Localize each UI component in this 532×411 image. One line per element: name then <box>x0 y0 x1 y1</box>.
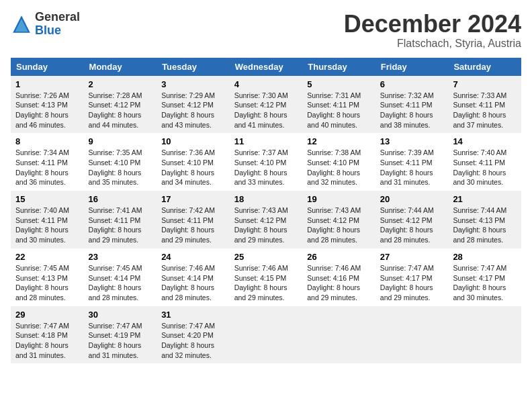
day-info: Sunrise: 7:28 AMSunset: 4:12 PMDaylight:… <box>89 91 142 129</box>
day-number: 31 <box>161 310 225 320</box>
table-row: 15 Sunrise: 7:40 AMSunset: 4:11 PMDaylig… <box>11 191 84 248</box>
table-row <box>230 306 303 364</box>
table-row: 3 Sunrise: 7:29 AMSunset: 4:12 PMDayligh… <box>157 76 230 134</box>
day-info: Sunrise: 7:26 AMSunset: 4:13 PMDaylight:… <box>15 91 69 129</box>
day-info: Sunrise: 7:47 AMSunset: 4:19 PMDaylight:… <box>89 322 142 359</box>
weekday-header-row: Sunday Monday Tuesday Wednesday Thursday… <box>11 58 521 76</box>
table-row: 26 Sunrise: 7:46 AMSunset: 4:16 PMDaylig… <box>302 248 375 306</box>
table-row: 17 Sunrise: 7:42 AMSunset: 4:11 PMDaylig… <box>157 191 230 248</box>
day-number: 28 <box>453 252 517 262</box>
header-monday: Monday <box>84 58 157 76</box>
day-info: Sunrise: 7:46 AMSunset: 4:16 PMDaylight:… <box>307 264 361 302</box>
calendar-row: 8 Sunrise: 7:34 AMSunset: 4:11 PMDayligh… <box>11 133 521 191</box>
day-number: 23 <box>89 252 152 262</box>
calendar-table: Sunday Monday Tuesday Wednesday Thursday… <box>11 58 521 364</box>
table-row: 5 Sunrise: 7:31 AMSunset: 4:11 PMDayligh… <box>302 76 375 134</box>
day-info: Sunrise: 7:35 AMSunset: 4:10 PMDaylight:… <box>89 148 142 186</box>
day-number: 14 <box>453 136 517 146</box>
table-row: 11 Sunrise: 7:37 AMSunset: 4:10 PMDaylig… <box>230 133 303 191</box>
table-row <box>302 306 375 364</box>
day-number: 11 <box>234 136 298 146</box>
day-info: Sunrise: 7:44 AMSunset: 4:12 PMDaylight:… <box>380 206 434 244</box>
day-number: 6 <box>380 79 444 89</box>
header-saturday: Saturday <box>448 58 521 76</box>
day-info: Sunrise: 7:31 AMSunset: 4:11 PMDaylight:… <box>307 91 361 129</box>
day-info: Sunrise: 7:36 AMSunset: 4:10 PMDaylight:… <box>161 148 215 186</box>
table-row: 16 Sunrise: 7:41 AMSunset: 4:11 PMDaylig… <box>84 191 157 248</box>
day-number: 29 <box>15 310 79 320</box>
day-number: 25 <box>234 252 298 262</box>
day-number: 3 <box>161 79 225 89</box>
calendar-row: 1 Sunrise: 7:26 AMSunset: 4:13 PMDayligh… <box>11 76 521 134</box>
table-row: 22 Sunrise: 7:45 AMSunset: 4:13 PMDaylig… <box>11 248 84 306</box>
title-block: December 2024 Flatschach, Styria, Austri… <box>344 11 521 50</box>
location-title: Flatschach, Styria, Austria <box>344 38 521 50</box>
table-row: 4 Sunrise: 7:30 AMSunset: 4:12 PMDayligh… <box>230 76 303 134</box>
day-info: Sunrise: 7:43 AMSunset: 4:12 PMDaylight:… <box>307 206 361 244</box>
day-number: 17 <box>161 194 225 204</box>
day-number: 15 <box>15 194 79 204</box>
day-info: Sunrise: 7:33 AMSunset: 4:11 PMDaylight:… <box>453 91 506 129</box>
day-number: 8 <box>15 136 79 146</box>
table-row: 7 Sunrise: 7:33 AMSunset: 4:11 PMDayligh… <box>448 76 521 134</box>
table-row: 25 Sunrise: 7:46 AMSunset: 4:15 PMDaylig… <box>230 248 303 306</box>
table-row: 8 Sunrise: 7:34 AMSunset: 4:11 PMDayligh… <box>11 133 84 191</box>
table-row: 19 Sunrise: 7:43 AMSunset: 4:12 PMDaylig… <box>302 191 375 248</box>
day-number: 22 <box>15 252 79 262</box>
day-number: 9 <box>89 136 152 146</box>
day-info: Sunrise: 7:30 AMSunset: 4:12 PMDaylight:… <box>234 91 288 129</box>
table-row: 29 Sunrise: 7:47 AMSunset: 4:18 PMDaylig… <box>11 306 84 364</box>
month-title: December 2024 <box>344 11 521 38</box>
day-info: Sunrise: 7:37 AMSunset: 4:10 PMDaylight:… <box>234 148 288 186</box>
day-info: Sunrise: 7:44 AMSunset: 4:13 PMDaylight:… <box>453 206 506 244</box>
table-row: 10 Sunrise: 7:36 AMSunset: 4:10 PMDaylig… <box>157 133 230 191</box>
day-number: 16 <box>89 194 152 204</box>
day-number: 5 <box>307 79 371 89</box>
day-info: Sunrise: 7:32 AMSunset: 4:11 PMDaylight:… <box>380 91 434 129</box>
table-row: 14 Sunrise: 7:40 AMSunset: 4:11 PMDaylig… <box>448 133 521 191</box>
day-number: 7 <box>453 79 517 89</box>
day-info: Sunrise: 7:47 AMSunset: 4:17 PMDaylight:… <box>453 264 506 302</box>
day-number: 24 <box>161 252 225 262</box>
day-info: Sunrise: 7:43 AMSunset: 4:12 PMDaylight:… <box>234 206 288 244</box>
table-row: 24 Sunrise: 7:46 AMSunset: 4:14 PMDaylig… <box>157 248 230 306</box>
table-row: 9 Sunrise: 7:35 AMSunset: 4:10 PMDayligh… <box>84 133 157 191</box>
calendar-row: 29 Sunrise: 7:47 AMSunset: 4:18 PMDaylig… <box>11 306 521 364</box>
table-row: 1 Sunrise: 7:26 AMSunset: 4:13 PMDayligh… <box>11 76 84 134</box>
day-info: Sunrise: 7:39 AMSunset: 4:11 PMDaylight:… <box>380 148 434 186</box>
day-info: Sunrise: 7:29 AMSunset: 4:12 PMDaylight:… <box>161 91 215 129</box>
header-wednesday: Wednesday <box>230 58 303 76</box>
day-number: 4 <box>234 79 298 89</box>
header-tuesday: Tuesday <box>157 58 230 76</box>
day-info: Sunrise: 7:38 AMSunset: 4:10 PMDaylight:… <box>307 148 361 186</box>
table-row: 13 Sunrise: 7:39 AMSunset: 4:11 PMDaylig… <box>375 133 449 191</box>
day-number: 21 <box>453 194 517 204</box>
day-number: 1 <box>15 79 79 89</box>
day-info: Sunrise: 7:45 AMSunset: 4:13 PMDaylight:… <box>15 264 69 302</box>
table-row: 18 Sunrise: 7:43 AMSunset: 4:12 PMDaylig… <box>230 191 303 248</box>
table-row: 31 Sunrise: 7:47 AMSunset: 4:20 PMDaylig… <box>157 306 230 364</box>
day-info: Sunrise: 7:47 AMSunset: 4:20 PMDaylight:… <box>161 322 215 359</box>
day-number: 18 <box>234 194 298 204</box>
day-number: 12 <box>307 136 371 146</box>
header-thursday: Thursday <box>302 58 375 76</box>
page-header: General Blue December 2024 Flatschach, S… <box>11 11 521 50</box>
day-number: 13 <box>380 136 444 146</box>
day-info: Sunrise: 7:45 AMSunset: 4:14 PMDaylight:… <box>89 264 142 302</box>
table-row: 6 Sunrise: 7:32 AMSunset: 4:11 PMDayligh… <box>375 76 449 134</box>
day-number: 2 <box>89 79 152 89</box>
calendar-row: 15 Sunrise: 7:40 AMSunset: 4:11 PMDaylig… <box>11 191 521 248</box>
calendar-row: 22 Sunrise: 7:45 AMSunset: 4:13 PMDaylig… <box>11 248 521 306</box>
table-row <box>448 306 521 364</box>
day-number: 10 <box>161 136 225 146</box>
header-friday: Friday <box>375 58 449 76</box>
day-info: Sunrise: 7:40 AMSunset: 4:11 PMDaylight:… <box>15 206 69 244</box>
day-info: Sunrise: 7:46 AMSunset: 4:15 PMDaylight:… <box>234 264 288 302</box>
logo: General Blue <box>11 11 80 38</box>
table-row: 2 Sunrise: 7:28 AMSunset: 4:12 PMDayligh… <box>84 76 157 134</box>
day-info: Sunrise: 7:41 AMSunset: 4:11 PMDaylight:… <box>89 206 142 244</box>
table-row: 12 Sunrise: 7:38 AMSunset: 4:10 PMDaylig… <box>302 133 375 191</box>
table-row: 28 Sunrise: 7:47 AMSunset: 4:17 PMDaylig… <box>448 248 521 306</box>
table-row <box>375 306 449 364</box>
table-row: 30 Sunrise: 7:47 AMSunset: 4:19 PMDaylig… <box>84 306 157 364</box>
